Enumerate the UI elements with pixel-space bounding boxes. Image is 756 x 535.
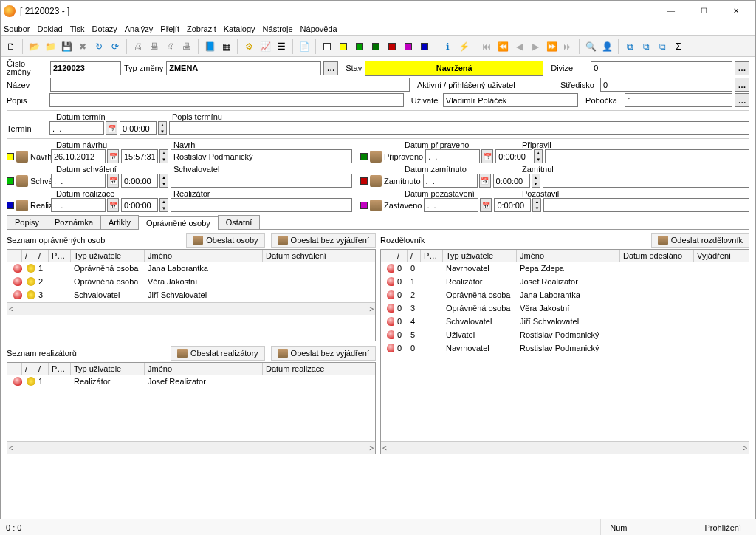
- print-icon[interactable]: 🖨: [131, 39, 145, 54]
- bolt-icon[interactable]: ⚡: [456, 39, 471, 54]
- info-icon[interactable]: ℹ: [440, 39, 455, 54]
- next-icon[interactable]: ▶: [528, 39, 543, 54]
- history-icon[interactable]: [370, 200, 382, 211]
- col-header[interactable]: Vyjádření: [694, 250, 738, 262]
- col-header[interactable]: P…: [49, 363, 71, 375]
- cal-icon[interactable]: 📅: [107, 174, 119, 188]
- sq-red[interactable]: [385, 39, 399, 54]
- col-header[interactable]: /: [394, 250, 408, 262]
- time-spin[interactable]: ▲▼: [534, 149, 543, 163]
- menu-nastroje[interactable]: Nástroje: [263, 24, 293, 33]
- history-icon[interactable]: [370, 151, 382, 163]
- table-row[interactable]: 05UživatelRostislav Podmanický: [381, 329, 749, 342]
- first-icon[interactable]: ⏮: [479, 39, 494, 54]
- menu-analyzy[interactable]: Analýzy: [125, 24, 154, 33]
- section-date-input-r[interactable]: [423, 174, 478, 188]
- table-row[interactable]: 00NavrhovatelPepa Zdepa: [381, 262, 749, 276]
- menu-zobrazit[interactable]: Zobrazit: [187, 24, 216, 33]
- termin-popis-input[interactable]: [169, 121, 749, 135]
- termin-cal-icon[interactable]: 📅: [106, 121, 117, 135]
- time-spin[interactable]: ▲▼: [159, 174, 168, 188]
- col-header[interactable]: Datum realizace: [263, 363, 351, 375]
- cal-icon[interactable]: 📅: [107, 198, 119, 212]
- pobocka-input[interactable]: [625, 93, 732, 107]
- sq-white[interactable]: [320, 39, 334, 54]
- table-row[interactable]: 3SchvalovatelJiří Schvalovatel: [7, 289, 375, 302]
- realizatori-grid[interactable]: //P…Typ uživateleJménoDatum realizace 1R…: [7, 362, 376, 454]
- gear-icon[interactable]: ⚙: [241, 39, 256, 54]
- refresh-icon[interactable]: ↻: [92, 39, 106, 54]
- section-date-input-r[interactable]: [424, 198, 478, 212]
- search-icon[interactable]: 🔍: [583, 39, 598, 54]
- time-spin[interactable]: ▲▼: [159, 198, 168, 212]
- prev-icon[interactable]: ◀: [512, 39, 526, 54]
- sq-green1[interactable]: [352, 39, 367, 54]
- tab-poznámka[interactable]: Poznámka: [47, 215, 101, 229]
- doc-icon[interactable]: 📄: [297, 39, 312, 54]
- col-header[interactable]: Datum odesláno: [620, 250, 694, 262]
- close-button[interactable]: ✕: [720, 4, 752, 18]
- sq-blue[interactable]: [417, 39, 432, 54]
- tab-popisy[interactable]: Popisy: [7, 215, 47, 229]
- save-icon[interactable]: 💾: [59, 39, 74, 54]
- book-icon[interactable]: 📘: [202, 39, 217, 54]
- table-row[interactable]: 00NavrhovatelRostislav Podmanický: [381, 342, 749, 355]
- divize-lookup[interactable]: …: [735, 61, 749, 75]
- menu-napoveda[interactable]: Nápověda: [300, 24, 337, 33]
- tab-oprávněné osoby[interactable]: Oprávněné osoby: [138, 216, 219, 230]
- history-icon[interactable]: [370, 175, 382, 187]
- sq-yellow[interactable]: [336, 39, 351, 54]
- pobocka-lookup[interactable]: …: [735, 93, 749, 107]
- termin-date-input[interactable]: [49, 121, 104, 135]
- menu-prejit[interactable]: Přejít: [160, 24, 179, 33]
- obeslat-osoby-button[interactable]: Obeslat osoby: [186, 233, 264, 248]
- chart-icon[interactable]: 📈: [258, 39, 272, 54]
- section-user-input[interactable]: [171, 198, 352, 212]
- stredisko-lookup[interactable]: …: [735, 78, 749, 92]
- typ-zmeny-lookup[interactable]: …: [323, 61, 338, 75]
- menu-tisk[interactable]: Tisk: [70, 24, 85, 33]
- cal-icon[interactable]: 📅: [480, 198, 492, 212]
- section-date-input[interactable]: [51, 174, 106, 188]
- cal-icon[interactable]: 📅: [107, 149, 119, 163]
- print3-icon[interactable]: 🖨: [163, 39, 178, 54]
- next-page-icon[interactable]: ⏩: [544, 39, 559, 54]
- time-spin[interactable]: ▲▼: [532, 198, 541, 212]
- open-icon[interactable]: 📂: [27, 39, 41, 54]
- obeslat-bez-vyjadreni2-button[interactable]: Obeslat bez vyjádření: [271, 346, 376, 361]
- section-date-input[interactable]: [51, 149, 106, 163]
- col-header[interactable]: Datum schválení: [263, 250, 351, 262]
- rozdelovnik-grid[interactable]: //P…Typ uživateleJménoDatum odeslánoVyjá…: [380, 249, 749, 454]
- table-row[interactable]: 02Oprávněná osobaJana Laborantka: [381, 289, 749, 302]
- col-header[interactable]: /: [22, 250, 35, 262]
- uzivatel-input[interactable]: [443, 93, 578, 107]
- col-header[interactable]: [381, 250, 394, 262]
- col-header[interactable]: /: [22, 363, 35, 375]
- col-header[interactable]: P…: [49, 250, 71, 262]
- termin-time-spin[interactable]: ▲▼: [158, 121, 167, 135]
- open2-icon[interactable]: 📁: [43, 39, 58, 54]
- table-row[interactable]: 1Oprávněná osobaJana Laborantka: [7, 262, 375, 276]
- menu-dotazy[interactable]: Dotazy: [92, 24, 117, 33]
- maximize-button[interactable]: ☐: [687, 4, 720, 18]
- divize-input[interactable]: [591, 61, 732, 75]
- table-row[interactable]: 01RealizátorJosef Realizator: [381, 276, 749, 289]
- last-icon[interactable]: ⏭: [560, 39, 575, 54]
- list-icon[interactable]: ☰: [274, 39, 289, 54]
- popis-input[interactable]: [49, 93, 404, 107]
- sigma-icon[interactable]: Σ: [671, 39, 686, 54]
- history-icon[interactable]: [16, 175, 28, 187]
- delete-icon[interactable]: ✖: [75, 39, 90, 54]
- col-header[interactable]: P…: [421, 250, 443, 262]
- user-search-icon[interactable]: 👤: [599, 39, 614, 54]
- col-header[interactable]: Jméno: [145, 250, 263, 262]
- table-row[interactable]: 04SchvalovatelJiří Schvalovatel: [381, 316, 749, 329]
- section-user-input-r[interactable]: [545, 149, 749, 163]
- section-user-input[interactable]: [171, 149, 352, 163]
- history-icon[interactable]: [16, 151, 28, 163]
- col-header[interactable]: Jméno: [517, 250, 620, 262]
- menu-katalogy[interactable]: Katalogy: [224, 24, 255, 33]
- print2-icon[interactable]: 🖶: [147, 39, 162, 54]
- col-header[interactable]: [7, 363, 22, 375]
- tree3-icon[interactable]: ⧉: [655, 39, 670, 54]
